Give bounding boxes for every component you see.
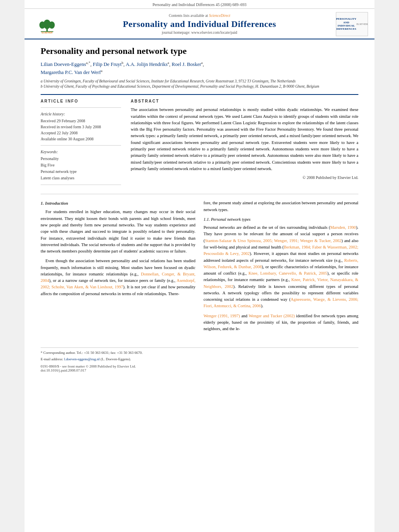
header-divider xyxy=(41,94,358,95)
corresponding-author-note: * Corresponding author. Tel.: +31 50 363… xyxy=(41,350,358,355)
email-label: E-mail address: xyxy=(41,357,64,361)
ref-roberts: Roberts, Wilson, Fedurek, & Dunbar, 2008 xyxy=(204,258,358,269)
revised-date: Received in revised form 3 July 2008 xyxy=(41,124,121,130)
affiliation-a: a University of Groningen, Faculty of Be… xyxy=(41,79,358,84)
journal-citation: Personality and Individual Differences 4… xyxy=(152,2,247,7)
ref-marsden: Marsden, 1990 xyxy=(330,225,356,230)
author-roel: Roel J. Bosker xyxy=(172,62,201,67)
page: Personality and Individual Differences 4… xyxy=(25,0,374,532)
ref-asendorpf: Asendorpf, 2002; Scholte, Van Aken, & Va… xyxy=(41,278,195,289)
elsevier-logo-left: ELSEVIER xyxy=(31,12,63,36)
body-col-right: fore, the present study aimed at explori… xyxy=(204,200,358,335)
main-content: Personality and personal network type Li… xyxy=(25,39,374,343)
body-columns: 1. Introduction For students enrolled in… xyxy=(41,200,358,335)
sciencedirect-line: Contents lists available at ScienceDirec… xyxy=(67,14,332,18)
sciencedirect-label: Contents lists available at xyxy=(169,14,208,18)
author-margaretha: Margaretha P.C. Van der Werf xyxy=(41,70,101,75)
svg-text:ELSEVIER: ELSEVIER xyxy=(42,31,53,34)
keyword-1: Personality xyxy=(41,156,121,162)
top-bar: Personality and Individual Differences 4… xyxy=(25,0,374,9)
affiliations: a University of Groningen, Faculty of Be… xyxy=(41,79,358,90)
article-info-header: ARTICLE INFO xyxy=(41,98,121,104)
body-para-right-1: fore, the present study aimed at explori… xyxy=(204,200,358,213)
body-para-1: For students enrolled in higher educatio… xyxy=(41,209,195,255)
sciencedirect-link[interactable]: ScienceDirect xyxy=(209,14,230,18)
ref-wenger: Wenger (1991, 1997) xyxy=(204,314,240,318)
svg-point-3 xyxy=(49,21,55,29)
abstract-header: ABSTRACT xyxy=(131,98,358,104)
keyword-3: Personal network type xyxy=(41,168,121,175)
issn-line: 0191-8869/$ - see front matter © 2008 Pu… xyxy=(41,364,358,368)
abstract-text: The association between personality and … xyxy=(131,107,358,172)
section1-heading: 1. Introduction xyxy=(41,200,195,207)
email-note: E-mail address: l.doeven-eggens@rug.nl (… xyxy=(41,357,358,362)
journal-homepage: journal homepage: www.elsevier.com/locat… xyxy=(67,31,332,35)
ref-knee2: Knee, Patrick, Vietor, Nanayakkara, & Ne… xyxy=(204,277,358,288)
ref-stanton: Stanton-Salazar & Urso Spinoza, 2005; We… xyxy=(205,238,341,243)
info-divider-top xyxy=(41,107,121,108)
info-divider-mid xyxy=(41,145,121,146)
history-dates: Received 29 February 2008 Received in re… xyxy=(41,118,121,142)
keyword-2: Big Five xyxy=(41,162,121,168)
body-col-left: 1. Introduction For students enrolled in… xyxy=(41,200,195,335)
keywords-label: Keywords: xyxy=(41,149,121,155)
journal-header: ELSEVIER Contents lists available at Sci… xyxy=(25,9,374,39)
authors: Lilian Doeven-Eggensa,*, Filip De Fruytb… xyxy=(41,60,358,76)
subsection1-heading: 1.1. Personal network types xyxy=(204,216,358,223)
keyword-4: Latent class analyses xyxy=(41,175,121,181)
body-divider xyxy=(41,194,358,194)
ref-berkman: Berkman, 1984; Faber & Wasserman, 2002; … xyxy=(204,245,358,256)
body-para-2: Even though the association between pers… xyxy=(41,258,195,297)
copyright: © 2008 Published by Elsevier Ltd. xyxy=(131,175,358,181)
abstract-section: ABSTRACT The association between persona… xyxy=(131,98,358,188)
info-divider-bot xyxy=(41,185,121,185)
ref-agneessens: Agneessens, Waege, & Lievens, 2006; Fior… xyxy=(204,297,358,308)
doi-line: doi:10.1016/j.paid.2008.07.017 xyxy=(41,368,358,372)
article-info: ARTICLE INFO Article history: Received 2… xyxy=(41,98,121,188)
journal-center: Contents lists available at ScienceDirec… xyxy=(63,14,336,35)
received-date: Received 29 February 2008 xyxy=(41,118,121,124)
journal-logo-right: PERSONALITYAND INDIVIDUALDIFFERENCES ELS… xyxy=(336,12,368,36)
journal-title: Personality and Individual Differences xyxy=(67,19,332,29)
email-value[interactable]: l.doeven-eggens@rug.nl xyxy=(64,357,99,361)
available-date: Available online 30 August 2008 xyxy=(41,136,121,142)
body-para-right-3: Wenger (1991, 1997) and Wenger and Tucke… xyxy=(204,313,358,333)
author-filip: Filip De Fruyt xyxy=(93,62,122,67)
affiliation-b: b University of Ghent, Faculty of Psycho… xyxy=(41,84,358,89)
body-para-right-2: Personal networks are defined as the set… xyxy=(204,224,358,309)
svg-point-2 xyxy=(39,21,45,29)
footer-bottom: 0191-8869/$ - see front matter © 2008 Pu… xyxy=(41,364,358,372)
keywords-list: Personality Big Five Personal network ty… xyxy=(41,156,121,181)
history-label: Article history: xyxy=(41,111,121,117)
elsevier-logo-svg: ELSEVIER xyxy=(33,14,61,34)
accepted-date: Accepted 22 July 2008 xyxy=(41,130,121,136)
author-jolijn: A.A. Jolijn Hendriks xyxy=(125,62,167,67)
author-lilian: Lilian Doeven-Eggens xyxy=(41,62,86,67)
ref-wenger-tucker: Wenger and Tucker (2002) xyxy=(249,314,295,318)
article-title: Personality and personal network type xyxy=(41,46,358,56)
email-person: (L. Doeven-Eggens). xyxy=(100,357,131,361)
ref-knee1: Knee, Lonsbary, Canevello, & Patrick, 20… xyxy=(249,271,327,275)
ref-donnellan: Donnellan, Conger, & Bryant, 2004 xyxy=(41,272,195,283)
page-footer: * Corresponding author. Tel.: +31 50 363… xyxy=(41,347,358,372)
info-abstract-section: ARTICLE INFO Article history: Received 2… xyxy=(41,98,358,188)
